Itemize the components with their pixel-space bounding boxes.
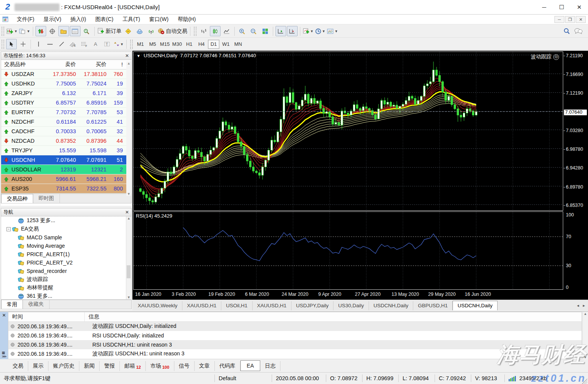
scroll-right-icon[interactable]: ▸ bbox=[583, 303, 585, 308]
navigator-item[interactable]: MACD Sample bbox=[1, 233, 131, 242]
toolbar-grip[interactable] bbox=[2, 40, 4, 49]
metaeditor-button[interactable] bbox=[123, 26, 134, 36]
rsi-indicator-pane[interactable]: RSI(14) 45.2429 bbox=[133, 211, 563, 290]
chart-shift-button[interactable] bbox=[287, 26, 298, 36]
sad-face-icon[interactable]: ☹ bbox=[553, 54, 559, 60]
navigator-item[interactable]: Spread_recorder bbox=[1, 267, 131, 275]
timeframe-W1[interactable]: W1 bbox=[220, 40, 232, 49]
market-watch-row[interactable]: NZDCAD0.873520.8739644 bbox=[1, 136, 131, 146]
scroll-left-icon[interactable]: ◂ bbox=[577, 303, 579, 308]
col-ask[interactable]: 买价 bbox=[78, 61, 109, 68]
market-watch-row[interactable]: TRYJPY15.55915.59839 bbox=[1, 146, 131, 155]
col-symbol[interactable]: 交易品种 bbox=[1, 61, 48, 68]
date-axis[interactable]: 16 Jan 20203 Feb 202019 Feb 20206 Mar 20… bbox=[133, 290, 563, 300]
menu-item-1[interactable]: 显示(V) bbox=[39, 15, 66, 24]
navigator-item[interactable]: 1253 更多... bbox=[1, 216, 131, 225]
navigator-item[interactable]: PRICE_ALERT_V2 bbox=[1, 258, 131, 267]
data-window-button[interactable] bbox=[47, 26, 58, 36]
chart-tab-8[interactable]: USDCNH,Daily bbox=[453, 301, 498, 310]
market-watch-scrollbar[interactable]: ▲▼ bbox=[126, 61, 131, 196]
horizontal-line-tool-button[interactable] bbox=[45, 39, 55, 49]
chart-tab-7[interactable]: GBPUSD,H1 bbox=[413, 301, 453, 310]
chart-tab-2[interactable]: USOil,H1 bbox=[221, 301, 252, 310]
close-icon[interactable]: ✕ bbox=[2, 313, 6, 318]
terminal-tab-4[interactable]: 警报 bbox=[100, 361, 120, 371]
indicators-button[interactable]: ▼ bbox=[303, 26, 314, 36]
terminal-tab-6[interactable]: 市场100 bbox=[146, 361, 174, 371]
journal-row[interactable]: 2020.06.18 19:36:49....波动跟踪 USDCNH,H1: u… bbox=[8, 349, 582, 358]
periods-button[interactable]: ▼ bbox=[315, 26, 326, 36]
col-time[interactable]: 时间 bbox=[8, 312, 85, 321]
market-watch-row[interactable]: USDTRY6.857576.85916159 bbox=[1, 98, 131, 108]
market-watch-row[interactable]: ESP357314.557322.55800 bbox=[1, 184, 131, 194]
timeframe-D1[interactable]: D1 bbox=[208, 40, 219, 49]
market-watch-row[interactable]: USDZAR17.3735017.38110760 bbox=[1, 69, 131, 79]
price-chart-pane[interactable]: ▼ USDCNH,Daily 7.07172 7.08746 7.06151 7… bbox=[133, 52, 563, 211]
dropdown-triangle-icon[interactable]: ▼ bbox=[137, 54, 140, 58]
terminal-tab-0[interactable]: 交易 bbox=[8, 361, 28, 371]
col-message[interactable]: 信息 bbox=[85, 313, 99, 320]
market-watch-row[interactable]: AUS2005966.615968.21160 bbox=[1, 174, 131, 184]
chart-tab-6[interactable]: USDCNH,Daily bbox=[369, 301, 414, 310]
navigator-scroll-thumb[interactable] bbox=[127, 265, 130, 278]
chart-tab-5[interactable]: US30,Daily bbox=[333, 301, 369, 310]
navigator-header[interactable]: 导航 ✕ bbox=[1, 208, 132, 216]
market-watch-row[interactable]: ZARJPY6.1326.17139 bbox=[1, 89, 131, 98]
journal-row[interactable]: 2020.06.18 19:36:49....RSI USDCNH,Daily:… bbox=[8, 331, 582, 340]
timeframe-MN[interactable]: MN bbox=[232, 40, 244, 49]
auto-trading-button[interactable]: 自动交易 bbox=[157, 26, 188, 36]
market-watch-row[interactable]: USDHKD7.750057.7502419 bbox=[1, 79, 131, 89]
navigator-item[interactable]: −EA交易 bbox=[1, 225, 131, 233]
navigator-item[interactable]: Moving Average bbox=[1, 242, 131, 250]
market-watch-row[interactable]: USDCNH7.076407.0769151 bbox=[1, 155, 131, 165]
col-spread[interactable]: ! bbox=[109, 61, 125, 68]
menu-item-6[interactable]: 帮助(H) bbox=[173, 15, 200, 24]
cursor-tool-button[interactable] bbox=[6, 39, 17, 49]
templates-button[interactable]: ▼ bbox=[327, 26, 338, 36]
tile-windows-button[interactable] bbox=[260, 26, 271, 36]
navigator-tab-1[interactable]: 收藏夹 bbox=[23, 300, 50, 309]
new-order-button[interactable]: 新订单 bbox=[97, 26, 122, 36]
terminal-tab-11[interactable]: 日志 bbox=[260, 361, 280, 371]
new-chart-button[interactable]: ▼ bbox=[6, 26, 18, 36]
market-watch-header[interactable]: 市场报价: 14:56:33 ✕ bbox=[1, 52, 132, 60]
timeframe-H4[interactable]: H4 bbox=[196, 40, 207, 49]
timeframe-M30[interactable]: M30 bbox=[171, 40, 183, 49]
timeframe-M15[interactable]: M15 bbox=[159, 40, 171, 49]
close-icon[interactable]: ✕ bbox=[125, 210, 129, 215]
arrows-tool-button[interactable]: ▼ bbox=[113, 39, 124, 49]
menu-item-2[interactable]: 插入(I) bbox=[66, 15, 91, 24]
signals-button[interactable] bbox=[146, 26, 156, 36]
community-chat-button[interactable] bbox=[573, 26, 584, 36]
resize-grip[interactable] bbox=[582, 379, 587, 384]
close-icon[interactable]: ✕ bbox=[125, 53, 129, 58]
child-close-button[interactable]: ✕ bbox=[576, 16, 586, 23]
menu-item-3[interactable]: 图表(C) bbox=[91, 15, 118, 24]
bar-chart-button[interactable] bbox=[198, 26, 209, 36]
timeframe-M5[interactable]: M5 bbox=[147, 40, 158, 49]
equidistant-channel-tool-button[interactable]: E bbox=[68, 39, 78, 49]
candlestick-chart-button[interactable] bbox=[210, 26, 221, 36]
toolbar-grip[interactable] bbox=[2, 27, 4, 36]
market-watch-row[interactable]: USDOLLAR12319123212 bbox=[1, 165, 131, 174]
line-chart-button[interactable] bbox=[221, 26, 232, 36]
market-watch-row[interactable]: NZDCHF0.611840.6122541 bbox=[1, 117, 131, 127]
navigator-tab-0[interactable]: 常用 bbox=[1, 300, 23, 309]
zoom-in-button[interactable] bbox=[237, 26, 248, 36]
rsi-canvas[interactable] bbox=[134, 212, 563, 289]
tree-collapse-icon[interactable]: − bbox=[6, 227, 11, 231]
trendline-tool-button[interactable] bbox=[56, 39, 67, 49]
chart-tab-0[interactable]: XAUUSD,Weekly bbox=[133, 301, 182, 310]
journal-row[interactable]: 2020.06.18 19:36:49....波动跟踪 USDCNH,Daily… bbox=[8, 322, 582, 331]
menu-item-0[interactable]: 文件(F) bbox=[12, 15, 39, 24]
timeframe-H1[interactable]: H1 bbox=[184, 40, 195, 49]
market-watch-button[interactable] bbox=[35, 26, 46, 36]
terminal-tab-10[interactable]: EA bbox=[240, 360, 261, 371]
profiles-button[interactable]: ▼ bbox=[19, 26, 31, 36]
terminal-button[interactable] bbox=[70, 26, 81, 36]
crosshair-tool-button[interactable] bbox=[18, 39, 28, 49]
navigator-scrollbar[interactable]: ▲▼ bbox=[126, 216, 131, 299]
toolbar-grip[interactable] bbox=[194, 27, 197, 36]
navigator-item[interactable]: 布林带提醒 bbox=[1, 284, 131, 292]
col-bid[interactable]: 卖价 bbox=[48, 61, 78, 68]
